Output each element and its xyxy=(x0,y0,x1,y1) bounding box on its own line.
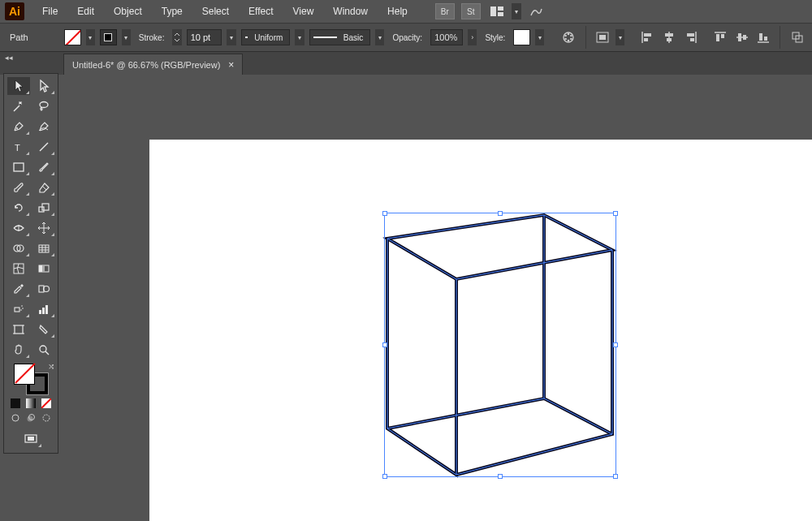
lasso-tool[interactable] xyxy=(32,97,55,115)
draw-inside[interactable] xyxy=(40,412,53,424)
artboard-tool[interactable] xyxy=(7,321,30,338)
menu-window[interactable]: Window xyxy=(325,2,376,20)
free-transform-tool[interactable] xyxy=(32,219,55,237)
brush-dropdown[interactable]: ▾ xyxy=(375,29,384,45)
line-tool[interactable] xyxy=(32,138,55,156)
tab-close-button[interactable]: × xyxy=(228,59,234,71)
arrange-dropdown[interactable]: ▾ xyxy=(512,3,521,19)
brush-definition[interactable]: Basic xyxy=(309,29,371,45)
fill-swatch[interactable] xyxy=(64,29,81,45)
gpu-preview-button[interactable] xyxy=(526,3,546,19)
svg-point-7 xyxy=(568,40,570,42)
pen-tool[interactable] xyxy=(7,118,30,136)
transform-button[interactable] xyxy=(788,29,806,45)
mesh-tool[interactable] xyxy=(7,260,30,278)
draw-behind[interactable] xyxy=(24,412,37,424)
fill-stroke-indicator[interactable]: ⤭ xyxy=(14,364,48,394)
resize-handle-br[interactable] xyxy=(613,474,618,479)
hand-tool[interactable] xyxy=(7,341,30,359)
stroke-weight-dropdown[interactable]: ▾ xyxy=(227,29,235,45)
gradient-tool[interactable] xyxy=(32,260,55,278)
svg-point-6 xyxy=(570,38,572,41)
svg-rect-14 xyxy=(644,38,648,41)
resize-handle-bm[interactable] xyxy=(498,474,503,479)
slice-tool[interactable] xyxy=(32,321,55,338)
panel-collapse-toggle[interactable]: ◂◂ xyxy=(5,54,13,62)
document-tab[interactable]: Untitled-6* @ 66.67% (RGB/Preview) × xyxy=(63,54,243,75)
rectangle-tool[interactable] xyxy=(7,158,30,176)
align-to-button[interactable] xyxy=(594,29,611,45)
menu-edit[interactable]: Edit xyxy=(69,2,102,20)
bridge-button[interactable]: Br xyxy=(435,3,455,19)
align-hcenter-button[interactable] xyxy=(661,29,678,45)
profile-dropdown[interactable]: ▾ xyxy=(295,29,304,45)
curvature-tool[interactable] xyxy=(32,118,55,136)
menu-help[interactable]: Help xyxy=(379,2,416,20)
opacity-label: Opacity: xyxy=(389,33,425,42)
variable-width-profile[interactable]: Uniform xyxy=(241,29,291,45)
align-bottom-button[interactable] xyxy=(755,29,772,45)
symbol-sprayer-tool[interactable] xyxy=(7,300,30,318)
fill-color-box[interactable] xyxy=(14,364,35,385)
width-tool[interactable] xyxy=(7,219,30,237)
perspective-grid-tool[interactable] xyxy=(32,239,55,257)
scale-tool[interactable] xyxy=(32,199,55,217)
stroke-weight-stepper[interactable] xyxy=(172,29,181,45)
stroke-swatch[interactable] xyxy=(100,29,117,45)
resize-handle-bl[interactable] xyxy=(382,474,387,479)
blend-tool[interactable] xyxy=(32,280,55,298)
stroke-dropdown[interactable]: ▾ xyxy=(122,29,131,45)
shape-builder-tool[interactable] xyxy=(7,239,30,257)
svg-rect-51 xyxy=(42,265,45,272)
rotate-tool[interactable] xyxy=(7,199,30,217)
draw-normal[interactable] xyxy=(9,412,22,424)
align-vcenter-button[interactable] xyxy=(733,29,750,45)
artboard[interactable] xyxy=(149,140,812,521)
stroke-weight-field[interactable]: 10 pt xyxy=(187,29,222,45)
color-mode-solid[interactable] xyxy=(9,398,22,409)
menu-view[interactable]: View xyxy=(285,2,322,20)
svg-point-66 xyxy=(40,346,46,352)
menu-object[interactable]: Object xyxy=(106,2,150,20)
menu-file[interactable]: File xyxy=(34,2,66,20)
stock-button[interactable]: St xyxy=(461,3,481,19)
paintbrush-tool[interactable] xyxy=(32,158,55,176)
align-top-button[interactable] xyxy=(712,29,729,45)
opacity-dropdown[interactable]: › xyxy=(468,29,477,45)
screen-mode-button[interactable] xyxy=(19,430,42,448)
direct-selection-tool[interactable] xyxy=(32,77,55,95)
resize-handle-tl[interactable] xyxy=(382,211,387,216)
eraser-tool[interactable] xyxy=(32,179,55,196)
resize-handle-mr[interactable] xyxy=(613,342,618,347)
arrange-documents-button[interactable] xyxy=(487,3,507,19)
opacity-field[interactable]: 100% xyxy=(430,29,463,45)
resize-handle-ml[interactable] xyxy=(382,342,387,347)
svg-rect-54 xyxy=(15,308,19,312)
color-mode-gradient[interactable] xyxy=(24,398,37,409)
magic-wand-tool[interactable] xyxy=(7,97,30,115)
menu-type[interactable]: Type xyxy=(153,2,191,20)
resize-handle-tr[interactable] xyxy=(613,211,618,216)
type-tool[interactable]: T xyxy=(7,138,30,156)
selection-tool[interactable] xyxy=(7,77,30,95)
eyedropper-tool[interactable] xyxy=(7,280,30,298)
align-right-button[interactable] xyxy=(682,29,699,45)
shaper-tool[interactable] xyxy=(7,179,30,196)
zoom-tool[interactable] xyxy=(32,341,55,359)
align-left-button[interactable] xyxy=(639,29,656,45)
workarea[interactable] xyxy=(62,76,812,521)
swap-fill-stroke-icon[interactable]: ⤭ xyxy=(48,362,54,371)
color-mode-none[interactable] xyxy=(40,398,53,409)
style-dropdown[interactable]: ▾ xyxy=(535,29,544,45)
resize-handle-tm[interactable] xyxy=(498,211,503,216)
selection-bounding-box[interactable] xyxy=(384,213,616,477)
align-to-dropdown[interactable]: ▾ xyxy=(615,29,624,45)
column-graph-tool[interactable] xyxy=(32,300,55,318)
graphic-style-swatch[interactable] xyxy=(513,29,530,45)
menu-select[interactable]: Select xyxy=(194,2,237,20)
menu-effect[interactable]: Effect xyxy=(240,2,281,20)
recolor-artwork-button[interactable] xyxy=(560,29,577,45)
fill-dropdown[interactable]: ▾ xyxy=(86,29,95,45)
divider xyxy=(780,26,780,49)
svg-point-55 xyxy=(21,305,23,307)
